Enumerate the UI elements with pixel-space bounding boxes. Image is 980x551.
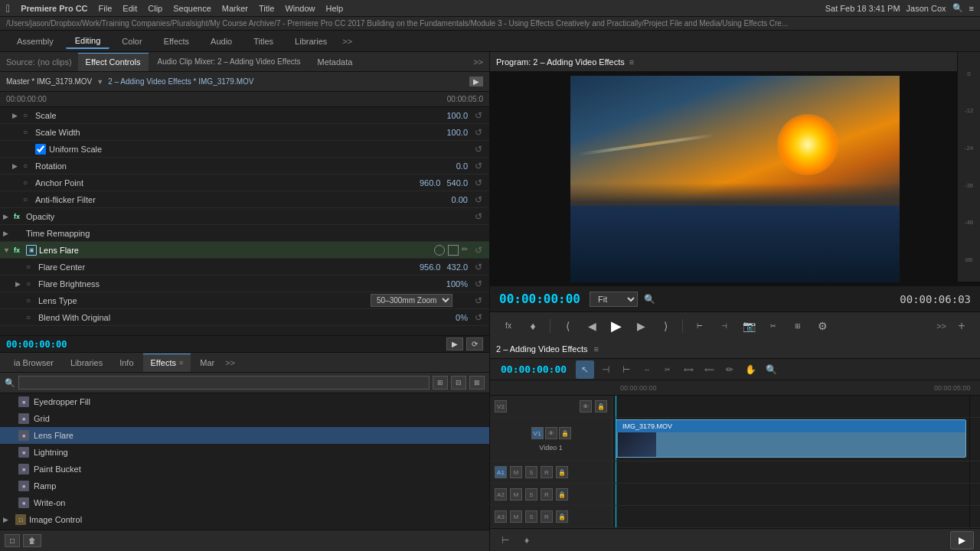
tab-audio-clip-mixer[interactable]: Audio Clip Mixer: 2 – Adding Video Effec…	[150, 53, 309, 71]
hamburger-icon[interactable]: ≡	[969, 4, 974, 13]
opacity-expand[interactable]: ▶	[3, 213, 14, 220]
anchor-value-y[interactable]: 540.0	[443, 178, 471, 187]
track-a1-toggle[interactable]: A1	[495, 466, 507, 478]
go-to-out-btn[interactable]: ⟩	[656, 317, 675, 335]
flare-center-expand[interactable]: ▶	[15, 263, 26, 271]
effect-controls-timecode[interactable]: 00:00:00:00	[6, 339, 67, 350]
track-v2-eye[interactable]: 👁	[580, 400, 592, 412]
program-menu-icon[interactable]: ≡	[629, 57, 634, 67]
delete-effect-icon[interactable]: ⊠	[469, 376, 485, 390]
lens-type-expand[interactable]: ▶	[15, 297, 26, 305]
flare-center-x[interactable]: 956.0	[416, 262, 444, 272]
effect-grid[interactable]: ■ Grid	[0, 410, 489, 427]
program-timecode-display[interactable]: 00:00:00:00	[499, 292, 580, 306]
play-stop-btn[interactable]: ▶	[607, 317, 626, 335]
multi-cam-btn[interactable]: ⊞	[789, 317, 807, 335]
scale-reset[interactable]: ↺	[471, 110, 486, 121]
lens-flare-reset[interactable]: ↺	[471, 245, 486, 256]
track-v1-eye[interactable]: 👁	[545, 427, 557, 439]
help-menu[interactable]: Help	[326, 4, 344, 13]
add-marker-btn[interactable]: ♦	[524, 317, 542, 335]
tab-assembly[interactable]: Assembly	[8, 34, 63, 48]
rotation-reset[interactable]: ↺	[471, 161, 486, 171]
track-a2-record[interactable]: R	[541, 488, 553, 500]
overwrite-btn[interactable]: ⊣	[715, 317, 733, 335]
track-a1-lock[interactable]: 🔒	[556, 466, 568, 478]
track-a3-mute[interactable]: M	[510, 510, 522, 523]
lens-flare-circle-btn[interactable]	[434, 245, 445, 256]
tab-info[interactable]: Info	[112, 354, 141, 372]
opacity-reset[interactable]: ↺	[471, 211, 486, 222]
export-frame-btn[interactable]: 📷	[740, 317, 758, 335]
track-v2-lock[interactable]: 🔒	[595, 400, 607, 412]
tab-markers[interactable]: Mar	[192, 354, 222, 372]
lens-flare-pen-btn[interactable]: ✏	[462, 245, 468, 256]
uniform-scale-checkbox[interactable]	[35, 144, 46, 155]
go-button[interactable]: ▶	[469, 77, 483, 86]
file-menu[interactable]: File	[99, 4, 113, 13]
flare-brightness-reset[interactable]: ↺	[471, 279, 486, 289]
scale-expand[interactable]: ▶	[12, 112, 23, 119]
new-custom-bin-icon[interactable]: ⊟	[451, 376, 466, 390]
lens-type-dropdown[interactable]: 50–300mm Zoom 35mm Prime 105mm Prime	[371, 294, 452, 307]
anchor-expand[interactable]: ▶	[12, 179, 23, 187]
rate-stretch-tool[interactable]: ↔	[638, 360, 656, 379]
track-a3-lock[interactable]: 🔒	[556, 510, 568, 523]
video-clip-img3179[interactable]: IMG_3179.MOV	[616, 419, 966, 458]
effect-lens-flare[interactable]: ■ Lens Flare	[0, 427, 489, 444]
flare-brightness-value[interactable]: 100%	[443, 279, 471, 289]
effect-write-on[interactable]: ■ Write-on	[0, 494, 489, 511]
track-a1-solo[interactable]: S	[525, 466, 537, 478]
effect-paint-bucket[interactable]: ■ Paint Bucket	[0, 461, 489, 478]
timeline-play-btn[interactable]: ▶	[950, 531, 974, 549]
tab-libraries[interactable]: Libraries	[286, 34, 336, 48]
effect-eyedropper-fill[interactable]: ■ Eyedropper Fill	[0, 393, 489, 410]
rotation-value[interactable]: 0.0	[453, 161, 471, 171]
track-a2-mute[interactable]: M	[510, 488, 522, 500]
anti-flicker-value[interactable]: 0.00	[449, 195, 471, 204]
effect-lightning[interactable]: ■ Lightning	[0, 444, 489, 461]
loop-button[interactable]: ⟳	[466, 337, 483, 350]
pen-tool[interactable]: ✏	[720, 360, 739, 379]
track-a1-record[interactable]: R	[541, 466, 553, 478]
clip-menu[interactable]: Clip	[148, 4, 162, 13]
tab-editing[interactable]: Editing	[66, 34, 110, 49]
anchor-reset[interactable]: ↺	[471, 178, 486, 188]
anchor-value-x[interactable]: 960.0	[416, 178, 444, 187]
more-workspaces-icon[interactable]: >>	[342, 37, 352, 46]
rotation-expand[interactable]: ▶	[12, 162, 23, 170]
uniform-scale-reset[interactable]: ↺	[471, 144, 486, 155]
tab-libraries[interactable]: Libraries	[63, 354, 110, 372]
flare-center-y[interactable]: 432.0	[443, 262, 471, 272]
track-a2-solo[interactable]: S	[525, 488, 537, 500]
add-button[interactable]: +	[952, 317, 971, 335]
new-folder-btn[interactable]: □	[5, 534, 20, 547]
zoom-tool[interactable]: 🔍	[762, 360, 780, 379]
track-a2-toggle[interactable]: A2	[495, 488, 507, 500]
sequence-menu[interactable]: Sequence	[173, 4, 211, 13]
step-forward-btn[interactable]: ▶	[632, 317, 650, 335]
tab-color[interactable]: Color	[113, 34, 151, 48]
tab-effect-controls[interactable]: Effect Controls	[78, 53, 149, 71]
track-v1-lock[interactable]: 🔒	[559, 427, 571, 439]
scale-width-reset[interactable]: ↺	[471, 127, 486, 138]
effect-ramp[interactable]: ■ Ramp	[0, 478, 489, 494]
effects-search-input[interactable]	[18, 376, 430, 390]
trim-btn[interactable]: ✂	[764, 317, 782, 335]
tab-effects[interactable]: Effects	[155, 34, 198, 48]
select-tool[interactable]: ↖	[576, 360, 594, 379]
scale-value[interactable]: 100.0	[443, 111, 471, 120]
track-v2-toggle[interactable]: V2	[495, 400, 507, 412]
zoom-icon[interactable]: 🔍	[644, 294, 655, 305]
title-menu[interactable]: Title	[259, 4, 274, 13]
blend-reset[interactable]: ↺	[471, 312, 486, 323]
flare-center-reset[interactable]: ↺	[471, 262, 486, 272]
tab-titles[interactable]: Titles	[244, 34, 283, 48]
tab-media-browser[interactable]: ia Browser	[6, 354, 61, 372]
tab-audio[interactable]: Audio	[201, 34, 241, 48]
insert-btn[interactable]: ⊢	[691, 317, 709, 335]
search-icon[interactable]: 🔍	[952, 3, 963, 13]
step-back-btn[interactable]: ◀	[583, 317, 601, 335]
more-panels-icon[interactable]: >>	[225, 358, 235, 367]
anti-flicker-reset[interactable]: ↺	[471, 194, 486, 205]
